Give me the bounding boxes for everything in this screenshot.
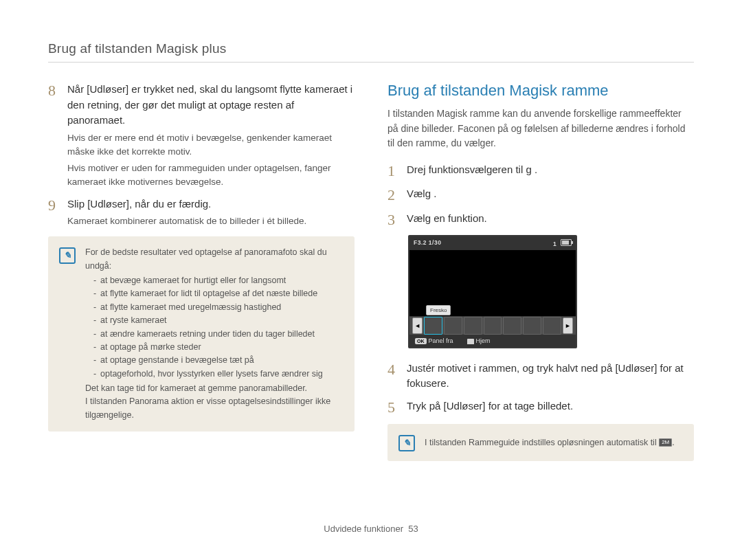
note-item: at ryste kameraet <box>93 314 344 327</box>
step-9: 9 Slip [Udløser], når du er færdig. Kame… <box>48 197 355 229</box>
section-title: Brug af tilstanden Magisk ramme <box>387 82 694 100</box>
step-number: 8 <box>48 82 60 190</box>
camera-topbar: F3.2 1/30 1 <box>409 236 576 250</box>
ok-chip: OK <box>415 338 427 344</box>
step-number: 5 <box>387 399 400 416</box>
left-column: 8 Når [Udløser] er trykket ned, skal du … <box>48 82 355 461</box>
thumbnail[interactable] <box>543 317 561 335</box>
note-item: at bevæge kameraet for hurtigt eller for… <box>93 274 344 287</box>
step-number: 9 <box>48 197 60 229</box>
home-icon <box>467 339 474 344</box>
header-divider <box>48 62 694 63</box>
note-tail: I tilstanden Panorama aktion er visse op… <box>85 395 344 422</box>
content-columns: 8 Når [Udløser] er trykket ned, skal du … <box>48 82 694 461</box>
resolution-chip: 2M <box>659 438 672 447</box>
right-column: Brug af tilstanden Magisk ramme I tilsta… <box>387 82 694 461</box>
note-body: For de bedste resultater ved optagelse a… <box>85 246 344 422</box>
thumbnail-selected[interactable] <box>424 317 442 335</box>
step-body: Når [Udløser] er trykket ned, skal du la… <box>67 82 355 190</box>
note-tail: Det kan tage tid for kameraet at gemme p… <box>85 382 344 395</box>
step-text: Drej funktionsvælgeren til g . <box>407 162 694 179</box>
note-icon: ✎ <box>59 247 76 264</box>
note-text: I tilstanden Rammeguide indstilles opløs… <box>425 438 659 447</box>
page-footer: Udvidede funktioner 53 <box>0 524 742 534</box>
battery-icon <box>561 239 572 246</box>
exposure-readout: F3.2 1/30 <box>414 239 441 247</box>
page: Brug af tilstanden Magisk plus 8 Når [Ud… <box>0 0 742 560</box>
step-5: 5 Tryk på [Udløser] for at tage billedet… <box>387 399 694 416</box>
shot-count: 1 <box>553 240 556 247</box>
note-item: optageforhold, hvor lysstyrken eller lys… <box>93 368 344 381</box>
step-text: Når [Udløser] er trykket ned, skal du la… <box>67 82 355 128</box>
step-number: 2 <box>387 186 400 203</box>
thumbnail[interactable] <box>484 317 502 335</box>
step-text: Vælg . <box>407 186 694 203</box>
step-body: Slip [Udløser], når du er færdig. Kamera… <box>67 197 355 229</box>
panel-toggle[interactable]: OKPanel fra <box>415 337 453 344</box>
step-text: Slip [Udløser], når du er færdig. <box>67 197 355 212</box>
footer-page: 53 <box>408 524 418 534</box>
note-item: at optage genstande i bevægelse tæt på <box>93 354 344 367</box>
step-text: Justér motivet i rammen, og tryk halvt n… <box>407 361 694 392</box>
step-8: 8 Når [Udløser] er trykket ned, skal du … <box>48 82 355 190</box>
home-label: Hjem <box>476 337 491 344</box>
next-arrow-button[interactable]: ► <box>563 317 573 334</box>
note-list: at bevæge kameraet for hurtigt eller for… <box>93 274 344 381</box>
thumbnail-row: Fresko ◄ ► <box>409 316 576 335</box>
step-1: 1 Drej funktionsvælgeren til g . <box>387 162 694 179</box>
step-subtext: Hvis der er mere end ét motiv i bevægels… <box>67 131 355 159</box>
thumbnail[interactable] <box>444 317 462 335</box>
camera-bottombar: OKPanel fra Hjem <box>409 335 576 347</box>
camera-screen: F3.2 1/30 1 Fresko ◄ <box>408 235 577 348</box>
thumbnail[interactable] <box>464 317 482 335</box>
thumbnail[interactable] <box>503 317 521 335</box>
note-box: ✎ For de bedste resultater ved optagelse… <box>48 236 355 432</box>
step-subtext: Hvis motiver er uden for rammeguiden und… <box>67 161 355 190</box>
step-text-span: Vælg . <box>407 188 436 199</box>
home-button[interactable]: Hjem <box>467 337 491 344</box>
top-right-status: 1 <box>553 239 572 247</box>
note-item: at ændre kameraets retning under tiden d… <box>93 328 344 341</box>
step-text: Tryk på [Udløser] for at tage billedet. <box>407 399 694 416</box>
note-lead: For de bedste resultater ved optagelse a… <box>85 246 344 273</box>
note-item: at flytte kameraet for lidt til optagels… <box>93 287 344 300</box>
note-item: at optage på mørke steder <box>93 341 344 354</box>
note-icon: ✎ <box>398 435 415 451</box>
step-number: 3 <box>387 211 400 228</box>
step-number: 4 <box>387 361 400 392</box>
note-body: I tilstanden Rammeguide indstilles opløs… <box>425 436 675 449</box>
step-text: Vælg en funktion. <box>407 211 694 228</box>
thumbnail[interactable] <box>523 317 541 335</box>
step-number: 1 <box>387 162 400 179</box>
step-subtext: Kameraet kombinerer automatisk de to bil… <box>67 214 355 228</box>
note-item: at flytte kameraet med uregelmæssig hast… <box>93 301 344 314</box>
step-4: 4 Justér motivet i rammen, og tryk halvt… <box>387 361 694 392</box>
step-3: 3 Vælg en funktion. <box>387 211 694 228</box>
prev-arrow-button[interactable]: ◄ <box>412 317 423 334</box>
thumbnail-label: Fresko <box>426 305 451 315</box>
section-intro: I tilstanden Magisk ramme kan du anvende… <box>387 107 694 151</box>
page-header: Brug af tilstanden Magisk plus <box>48 41 694 56</box>
footer-section: Udvidede funktioner <box>324 524 403 534</box>
note-box-right: ✎ I tilstanden Rammeguide indstilles opl… <box>387 424 694 461</box>
step-2: 2 Vælg . <box>387 186 694 203</box>
panel-label: Panel fra <box>429 337 453 344</box>
